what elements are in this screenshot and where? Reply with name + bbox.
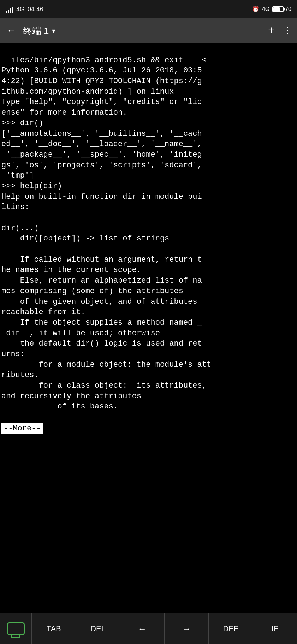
toolbar: ← 终端 1 ▾ + ⋮ [0, 18, 297, 43]
kb-def-key[interactable]: DEF [209, 613, 253, 644]
dropdown-button[interactable]: ▾ [52, 27, 55, 35]
kb-keys: TAB DEL ← → DEF IF [32, 613, 297, 644]
add-terminal-button[interactable]: + [268, 25, 274, 37]
kb-right-arrow-key[interactable]: → [165, 613, 209, 644]
more-options-button[interactable]: ⋮ [283, 25, 291, 36]
kb-del-key[interactable]: DEL [76, 613, 120, 644]
time-label: 04:46 [28, 6, 43, 13]
keyboard-toggle-button[interactable] [0, 613, 32, 644]
alarm-icon: ⏰ [252, 6, 259, 13]
toolbar-actions: + ⋮ [268, 25, 291, 37]
network-label: 4G [16, 6, 25, 13]
terminal-title-label: 终端 1 [23, 25, 49, 37]
kb-if-key[interactable]: IF [253, 613, 297, 644]
status-left: 4G 04:46 [6, 6, 43, 13]
kb-left-arrow-key[interactable]: ← [120, 613, 165, 644]
network-right-label: 4G [262, 6, 269, 12]
status-bar: 4G 04:46 ⏰ 4G 70 [0, 0, 297, 18]
battery-percent: 70 [285, 6, 291, 12]
kb-tab-key[interactable]: TAB [32, 613, 76, 644]
keyboard-icon [7, 622, 25, 635]
back-button[interactable]: ← [6, 23, 17, 39]
status-right: ⏰ 4G 70 [252, 6, 291, 13]
terminal-content: iles/bin/qpython3-android5.sh && exit < … [1, 56, 211, 411]
battery-icon [272, 6, 284, 12]
battery-fill [273, 7, 280, 11]
more-indicator[interactable]: --More-- [1, 423, 43, 435]
terminal-output: iles/bin/qpython3-android5.sh && exit < … [0, 43, 297, 613]
battery-container: 70 [272, 6, 291, 12]
signal-icon [6, 6, 13, 13]
toolbar-title: 终端 1 ▾ [23, 25, 262, 37]
keyboard-bar: TAB DEL ← → DEF IF [0, 613, 297, 644]
